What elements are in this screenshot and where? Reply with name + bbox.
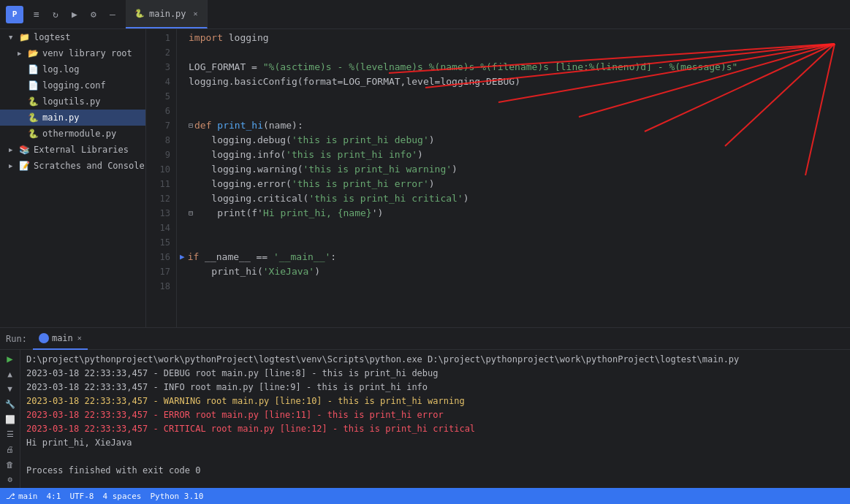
status-git[interactable]: ⎇ main xyxy=(6,492,38,501)
scratches-icon: 📝 xyxy=(19,161,31,171)
sidebar-item-main-py[interactable]: 🐍 main.py xyxy=(0,110,145,126)
run-output-line-4: 2023-03-18 22:33:33,457 - ERROR root mai… xyxy=(26,408,844,422)
sidebar-item-scratches[interactable]: ▶ 📝 Scratches and Consoles xyxy=(0,158,145,174)
code-area[interactable]: import logging LOG_FORMAT = "%(asctime)s… xyxy=(177,29,850,327)
code-line-8: logging.debug('this is print_hi debug') xyxy=(189,133,850,148)
string-debug: 'this is print_hi debug' xyxy=(292,133,429,148)
sidebar-venv-label: venv library root xyxy=(42,48,132,58)
nav-icon[interactable]: ≡ xyxy=(29,7,44,22)
sidebar-item-logtest[interactable]: ▼ 📁 logtest xyxy=(0,29,145,45)
code-text: ) xyxy=(463,191,469,206)
code-text: print_hi( xyxy=(189,264,263,279)
run-output: D:\project\pythonproject\work\pythonProj… xyxy=(20,350,850,488)
line-num-10: 10 xyxy=(146,162,170,177)
run-icon[interactable]: ▶ xyxy=(67,7,82,22)
sidebar-item-external-libs[interactable]: ▶ 📚 External Libraries xyxy=(0,142,145,158)
run-output-line-3: 2023-03-18 22:33:33,457 - WARNING root m… xyxy=(26,394,844,408)
tab-label: main.py xyxy=(149,9,186,19)
git-branch-icon: ⎇ xyxy=(6,492,15,501)
conf-file-icon: 📄 xyxy=(28,80,39,91)
code-line-7: ⊟ def print_hi(name): xyxy=(189,118,850,133)
line-num-4: 4 xyxy=(146,75,170,89)
sidebar-item-log-log[interactable]: 📄 log.log xyxy=(0,61,145,77)
run-output-blank xyxy=(26,450,844,464)
sidebar-item-othermodule[interactable]: 🐍 othermodule.py xyxy=(0,126,145,142)
code-text: ) xyxy=(429,133,435,148)
string-xiejava: 'XieJava' xyxy=(263,264,314,279)
string-warning: 'this is print_hi warning' xyxy=(303,162,452,177)
string-logformat: "%(asctime)s - %(levelname)s %(name)s %(… xyxy=(263,60,738,75)
run-label: Run: xyxy=(6,334,27,344)
editor-content[interactable]: 1 2 3 4 5 6 7 8 9 10 11 12 13 14 15 16 1… xyxy=(146,29,850,327)
sidebar-log-label: log.log xyxy=(42,64,80,75)
run-scroll-down-button[interactable]: ▼ xyxy=(3,384,18,395)
sidebar-main-py-label: main.py xyxy=(42,112,80,123)
run-tab-main[interactable]: main ✕ xyxy=(33,328,88,350)
settings-icon[interactable]: ⚙ xyxy=(86,7,101,22)
run-print-button[interactable]: 🖨 xyxy=(3,444,18,455)
tab-main-py[interactable]: 🐍 main.py ✕ xyxy=(126,0,208,28)
fold-icon-13[interactable]: ⊟ xyxy=(189,206,193,221)
run-scroll-up-button[interactable]: ▲ xyxy=(3,369,18,380)
status-indent[interactable]: 4 spaces xyxy=(103,492,142,501)
run-trash-button[interactable]: 🗑 xyxy=(3,459,18,470)
run-output-exit: Process finished with exit code 0 xyxy=(26,464,844,478)
refresh-icon[interactable]: ↻ xyxy=(48,7,63,22)
run-content: ▶ ▲ ▼ 🔧 ⬜ ☰ 🖨 🗑 ⚙ D:\project\pythonproje… xyxy=(0,350,850,488)
code-line-18 xyxy=(189,279,850,294)
code-text: logging.critical( xyxy=(189,191,308,206)
fold-icon[interactable]: ⊟ xyxy=(189,118,193,133)
tab-close-icon[interactable]: ✕ xyxy=(194,9,198,18)
tab-bar: 🐍 main.py ✕ xyxy=(126,0,844,28)
status-encoding[interactable]: UTF-8 xyxy=(69,492,94,501)
line-num-15: 15 xyxy=(146,235,170,250)
othermodule-icon: 🐍 xyxy=(28,129,39,139)
param-level: level xyxy=(406,75,434,89)
run-settings-button[interactable]: ⚙ xyxy=(3,474,18,485)
run-output-line-6: Hi print_hi, XieJava xyxy=(26,436,844,450)
sidebar-external-libs-label: External Libraries xyxy=(34,145,129,155)
sidebar-conf-label: logging.conf xyxy=(42,80,106,91)
line-num-9: 9 xyxy=(146,148,170,162)
log-file-icon: 📄 xyxy=(28,64,39,75)
line-num-18: 18 xyxy=(146,279,170,294)
code-line-11: logging.error('this is print_hi error') xyxy=(189,177,850,191)
code-line-12: logging.critical('this is print_hi criti… xyxy=(189,191,850,206)
code-line-3: LOG_FORMAT = "%(asctime)s - %(levelname)… xyxy=(189,60,850,75)
top-bar: P ≡ ↻ ▶ ⚙ — 🐍 main.py ✕ xyxy=(0,0,850,29)
run-tab-close-icon[interactable]: ✕ xyxy=(77,334,82,342)
code-text: ') xyxy=(372,206,384,221)
sidebar-item-logutils[interactable]: 🐍 logutils.py xyxy=(0,93,145,110)
run-align-button[interactable]: ⬜ xyxy=(3,414,18,425)
code-line-10: logging.warning('this is print_hi warnin… xyxy=(189,162,850,177)
external-libs-icon: 📚 xyxy=(19,145,31,155)
chevron-right-icon: ▶ xyxy=(18,50,25,57)
code-line-6 xyxy=(189,104,850,118)
code-line-5 xyxy=(189,89,850,104)
run-sidebar: ▶ ▲ ▼ 🔧 ⬜ ☰ 🖨 🗑 ⚙ xyxy=(0,350,20,488)
func-name-print-hi: print_hi xyxy=(217,118,263,133)
sidebar-item-logging-conf[interactable]: 📄 logging.conf xyxy=(0,77,145,93)
code-line-2 xyxy=(189,45,850,60)
python-version-label: Python 3.10 xyxy=(150,492,203,501)
code-text: LOG_FORMAT = xyxy=(189,60,263,75)
code-text: __name__ == xyxy=(199,250,273,264)
run-command-line: D:\project\pythonproject\work\pythonProj… xyxy=(26,353,844,367)
status-line-col[interactable]: 4:1 xyxy=(47,492,61,501)
keyword-def: def xyxy=(194,118,211,133)
minimize-icon[interactable]: — xyxy=(105,7,120,22)
code-line-9: logging.info('this is print_hi info') xyxy=(189,148,850,162)
code-line-1: import logging xyxy=(189,31,850,45)
code-text: print(f' xyxy=(194,206,263,221)
sidebar-othermodule-label: othermodule.py xyxy=(42,129,116,139)
line-num-16: 16 xyxy=(146,250,170,264)
status-bar: ⎇ main 4:1 UTF-8 4 spaces Python 3.10 xyxy=(0,488,850,504)
status-python[interactable]: Python 3.10 xyxy=(150,492,203,501)
run-wrench-button[interactable]: 🔧 xyxy=(3,399,18,410)
toolbar-icons: ≡ ↻ ▶ ⚙ — xyxy=(29,7,120,22)
run-play-button[interactable]: ▶ xyxy=(3,353,18,364)
code-line-16: ▶ if __name__ == '__main__': xyxy=(189,250,850,264)
run-list-button[interactable]: ☰ xyxy=(3,429,18,440)
sidebar-scratches-label: Scratches and Consoles xyxy=(34,161,146,171)
sidebar-item-venv[interactable]: ▶ 📂 venv library root xyxy=(0,45,145,61)
